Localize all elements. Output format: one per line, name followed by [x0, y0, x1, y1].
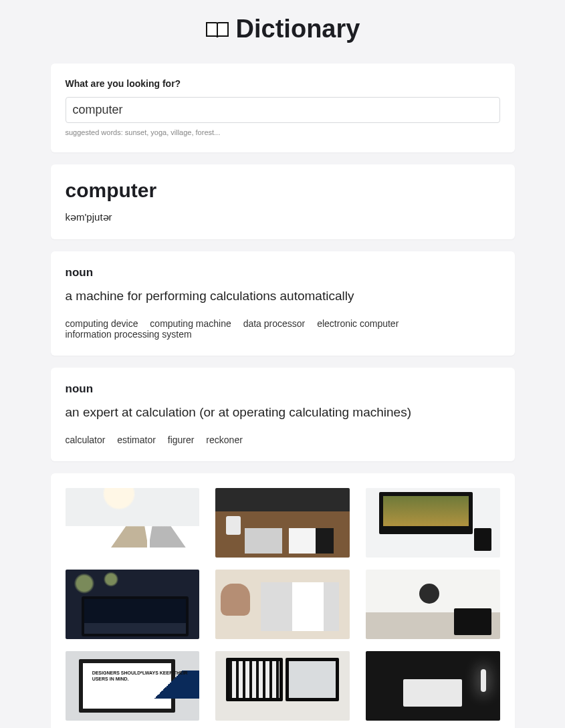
search-suggestions: suggested words: sunset, yoga, village, …: [66, 128, 500, 136]
search-input[interactable]: [66, 97, 500, 123]
search-label: What are you looking for?: [66, 78, 500, 89]
gallery-image[interactable]: [215, 651, 350, 721]
image-gallery: [66, 488, 500, 721]
result-phonetic: kəm'pjutər: [66, 211, 500, 223]
gallery-image[interactable]: [66, 570, 200, 639]
gallery-image[interactable]: [366, 488, 500, 558]
gallery-image[interactable]: [215, 488, 350, 558]
search-card: What are you looking for? suggested word…: [51, 64, 515, 152]
part-of-speech: noun: [66, 382, 500, 396]
gallery-image[interactable]: [215, 570, 350, 639]
open-book-icon: [205, 17, 229, 46]
gallery-image[interactable]: [366, 651, 500, 721]
synonym: electronic computer: [317, 318, 399, 329]
synonym-list: calculator estimator figurer reckoner: [66, 435, 500, 445]
synonym: estimator: [117, 435, 156, 445]
gallery-image[interactable]: [366, 570, 500, 639]
synonym: reckoner: [206, 435, 242, 445]
meaning-card: noun an expert at calculation (or at ope…: [51, 368, 515, 461]
page-title: Dictionary: [51, 15, 515, 46]
synonym: figurer: [168, 435, 195, 445]
synonym: calculator: [66, 435, 106, 445]
image-gallery-card: [51, 473, 515, 728]
gallery-image[interactable]: [66, 651, 200, 721]
word-card: computer kəm'pjutər: [51, 164, 515, 239]
synonym: data processor: [243, 318, 306, 329]
gallery-image[interactable]: [66, 488, 200, 558]
synonym: computing device: [66, 318, 138, 329]
definition-text: a machine for performing calculations au…: [66, 289, 500, 304]
result-word: computer: [66, 179, 500, 202]
part-of-speech: noun: [66, 266, 500, 279]
meaning-card: noun a machine for performing calculatio…: [51, 251, 515, 356]
synonym-list: computing device computing machine data …: [66, 318, 500, 340]
definition-text: an expert at calculation (or at operatin…: [66, 405, 500, 420]
synonym: information processing system: [66, 329, 192, 340]
synonym: computing machine: [150, 318, 231, 329]
page-title-text: Dictionary: [236, 15, 360, 43]
